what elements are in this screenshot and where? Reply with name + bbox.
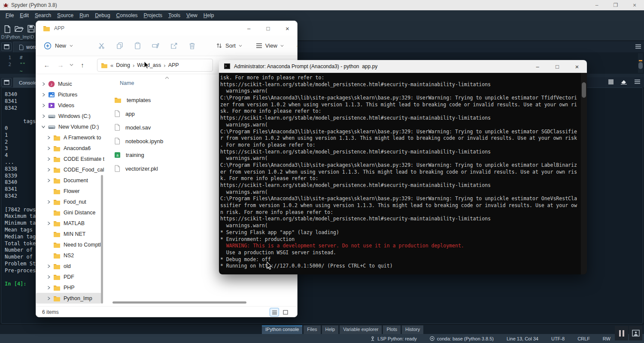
sidebar-item-new-volume-d-[interactable]: New Volume (D:) [36,121,105,132]
pane-tab-history[interactable]: History [402,325,423,334]
forward-icon[interactable]: → [56,61,65,69]
up-icon[interactable]: ↑ [78,61,87,69]
chevron-right-icon[interactable] [40,93,46,97]
file-row-notebook-ipynb[interactable]: notebook.ipynb [108,134,220,148]
chevron-right-icon[interactable] [46,168,52,172]
spyder-titlebar[interactable]: Spyder (Python 3.8) – ❐ × [0,0,644,10]
copy-icon[interactable] [116,42,123,49]
sidebar-item-python-imp[interactable]: Python_Imp [36,293,101,304]
pane-tab-files[interactable]: Files [304,325,320,334]
prompt-scrollbar[interactable] [581,73,587,274]
chevron-right-icon[interactable] [46,135,52,140]
sidebar-item-matlab[interactable]: MATLAB [36,218,105,229]
sidebar-item-need-to-comptl[interactable]: Need to Comptl [36,239,105,250]
chevron-right-icon[interactable] [40,82,46,86]
menu-help[interactable]: Help [201,12,216,19]
console-input-prompt[interactable]: In [4]: [5,281,39,288]
breadcrumb-item-doing[interactable]: Doing [116,62,130,68]
thumbnail-view-toggle[interactable] [281,308,290,316]
sidebar-item-code-estimate-t[interactable]: CODE Estimate t [36,153,105,164]
menu-source[interactable]: Source [55,12,76,19]
cut-icon[interactable] [98,42,105,49]
menu-edit[interactable]: Edit [18,12,31,19]
menu-view[interactable]: View [184,12,200,19]
sidebar-item-old[interactable]: old [36,261,105,271]
chevron-right-icon[interactable] [46,157,52,161]
sidebar-item-pdf[interactable]: PDF [36,271,105,282]
pane-tab-ipython-console[interactable]: IPython console [262,325,302,334]
prompt-output[interactable]: isk. For more info please refer to:https… [219,73,587,274]
sidebar-item-pictures[interactable]: Pictures [36,89,105,100]
sidebar-item-music[interactable]: ♪Music [36,78,105,89]
breadcrumb-ellipsis[interactable]: « [110,62,113,69]
file-row-templates[interactable]: templates [108,93,220,107]
picture-in-picture-icon[interactable] [629,326,642,340]
prompt-titlebar[interactable]: Administrator: Anaconda Prompt (Anaconda… [219,60,587,73]
menu-projects[interactable]: Projects [142,12,164,19]
explorer-close-button[interactable]: × [278,21,297,36]
view-button[interactable]: View [256,42,284,49]
spyder-close-button[interactable]: × [625,0,644,10]
paste-icon[interactable] [134,42,141,49]
delete-icon[interactable] [189,42,195,49]
sidebar-item-ns2[interactable]: NS2 [36,250,105,261]
chevron-right-icon[interactable] [46,286,52,290]
save-icon[interactable] [27,25,35,33]
back-icon[interactable]: ← [42,61,52,69]
sidebar-item-windows-c-[interactable]: Windows (C:) [36,111,105,121]
browse-tabs-icon[interactable] [1,42,12,51]
chevron-right-icon[interactable] [46,264,52,268]
chevron-right-icon[interactable] [40,114,46,118]
console-options-icon[interactable] [634,79,641,84]
sidebar-scrollbar-thumb[interactable] [101,175,103,304]
file-row-model-sav[interactable]: model.sav [108,120,220,134]
horizontal-scrollbar[interactable] [109,301,289,305]
sidebar-item-code-food-cal[interactable]: CODE_Food_cal [36,164,105,175]
file-row-training[interactable]: atraining [108,148,220,162]
chevron-right-icon[interactable] [40,103,46,108]
prompt-scrollbar-thumb[interactable] [582,82,586,98]
chevron-right-icon[interactable] [46,275,52,279]
recent-locations-icon[interactable] [70,63,73,66]
sidebar-item-a-framework-to[interactable]: A Framework to [36,132,105,143]
editor-options-icon[interactable] [635,44,641,49]
chevron-right-icon[interactable] [46,296,52,301]
clear-console-icon[interactable] [620,79,627,84]
chevron-down-icon[interactable] [40,125,46,129]
menu-debug[interactable]: Debug [93,12,112,19]
details-view-toggle[interactable] [270,308,279,316]
pause-icon[interactable] [615,326,628,340]
sidebar-item-videos[interactable]: Videos [36,100,105,111]
prompt-minimize-button[interactable]: – [528,60,547,73]
prompt-maximize-button[interactable]: □ [547,60,567,73]
file-row-vectorizer-pkl[interactable]: vectorizer.pkl [108,162,220,175]
sidebar-item-food-nut[interactable]: Food_nut [36,196,105,207]
chevron-right-icon[interactable] [46,178,52,183]
horizontal-scrollbar-thumb[interactable] [112,301,246,304]
editor-scrollbar-thumb[interactable] [638,62,643,69]
sidebar-item-php[interactable]: PHP [36,282,105,293]
interrupt-kernel-icon[interactable] [608,79,614,84]
new-button[interactable]: New [44,42,73,50]
open-folder-icon[interactable] [15,25,24,33]
sidebar-item-document[interactable]: Document [36,175,105,186]
rename-icon[interactable] [152,42,159,49]
pane-tab-help[interactable]: Help [322,325,339,334]
menu-search[interactable]: Search [33,12,53,19]
sidebar-item-flower[interactable]: Flower [36,186,105,196]
explorer-maximize-button[interactable]: □ [258,21,278,36]
menu-run[interactable]: Run [77,12,91,19]
new-file-icon[interactable] [3,25,11,33]
chevron-right-icon[interactable] [46,146,52,150]
breadcrumb-item-app[interactable]: APP [168,62,179,68]
chevron-right-icon[interactable] [46,200,52,204]
pane-tab-variable-explorer[interactable]: Variable explorer [340,325,382,334]
menu-consoles[interactable]: Consoles [114,12,140,19]
sidebar-item-gini-distance[interactable]: Gini Distance [36,207,105,218]
menu-tools[interactable]: Tools [166,12,182,19]
breadcrumb[interactable]: « Doing›Word_ass›APP [97,59,213,72]
sort-ascending-icon[interactable] [165,76,169,79]
menu-file[interactable]: File [3,12,16,19]
spyder-restore-button[interactable]: ❐ [606,0,625,10]
sort-button[interactable]: Sort [216,42,242,49]
